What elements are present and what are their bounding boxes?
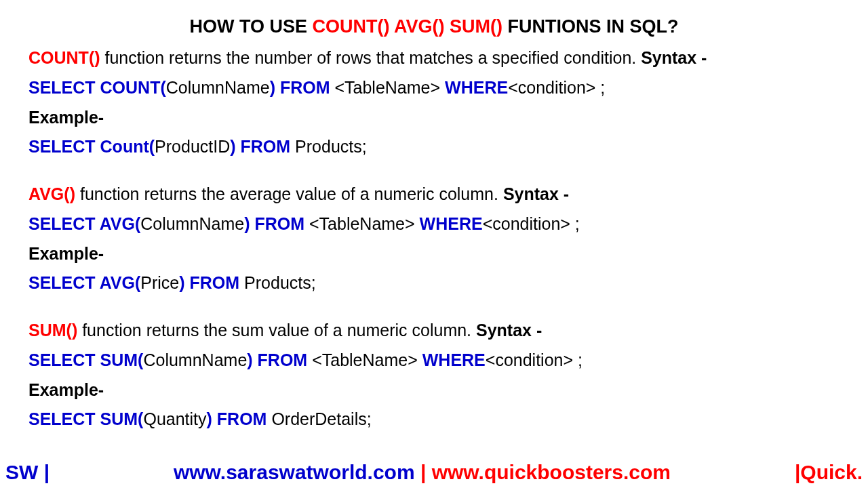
count-description: COUNT() function returns the number of r… — [28, 47, 840, 70]
sum-ex-col: Quantity — [143, 409, 206, 428]
sum-description: SUM() function returns the sum value of … — [28, 319, 840, 342]
sum-syntax-where: WHERE — [422, 350, 486, 369]
avg-syntax: SELECT AVG(ColumnName) FROM <TableName> … — [28, 213, 840, 236]
count-syntax-label: Syntax - — [641, 48, 707, 67]
count-ex-closefrom: ) FROM — [230, 137, 295, 156]
avg-ex-select: SELECT AVG( — [28, 273, 140, 292]
sum-name: SUM() — [28, 321, 77, 340]
avg-syntax-closefrom: ) FROM — [244, 214, 309, 233]
count-example-label: Example- — [28, 106, 840, 129]
avg-syntax-select: SELECT AVG( — [28, 214, 140, 233]
count-example: SELECT Count(ProductID) FROM Products; — [28, 136, 840, 159]
avg-name: AVG() — [28, 184, 75, 203]
sum-ex-table: OrderDetails; — [271, 409, 371, 428]
footer-left: SW | — [5, 461, 50, 484]
avg-syntax-col: ColumnName — [140, 214, 244, 233]
title-pre: HOW TO USE — [190, 16, 313, 37]
footer-sep: | — [415, 461, 432, 483]
footer: SW | www.saraswatworld.com | www.quickbo… — [0, 461, 868, 484]
avg-example-label: Example- — [28, 243, 840, 266]
sum-example-label: Example- — [28, 379, 840, 402]
count-syntax-where: WHERE — [445, 78, 508, 97]
avg-description: AVG() function returns the average value… — [28, 183, 840, 206]
count-syntax-cond: <condition> ; — [508, 78, 605, 97]
count-ex-col: ProductID — [155, 137, 230, 156]
sum-syntax: SELECT SUM(ColumnName) FROM <TableName> … — [28, 349, 840, 372]
count-name: COUNT() — [28, 48, 100, 67]
sum-desc-text: function returns the sum value of a nume… — [77, 321, 476, 340]
footer-right: |Quick. — [795, 461, 863, 484]
avg-ex-closefrom: ) FROM — [179, 273, 244, 292]
avg-example: SELECT AVG(Price) FROM Products; — [28, 272, 840, 295]
count-syntax: SELECT COUNT(ColumnName) FROM <TableName… — [28, 77, 840, 100]
sum-example: SELECT SUM(Quantity) FROM OrderDetails; — [28, 408, 840, 431]
count-syntax-closefrom: ) FROM — [270, 78, 335, 97]
section-gap — [28, 302, 840, 319]
count-syntax-table: <TableName> — [334, 78, 445, 97]
avg-ex-table: Products; — [244, 273, 316, 292]
title-post: FUNTIONS IN SQL? — [502, 16, 679, 37]
avg-syntax-where: WHERE — [420, 214, 483, 233]
sum-ex-closefrom: ) FROM — [207, 409, 272, 428]
count-ex-select: SELECT Count( — [28, 137, 155, 156]
title-functions: COUNT() AVG() SUM() — [313, 16, 502, 37]
sum-syntax-cond: <condition> ; — [486, 350, 583, 369]
count-syntax-select: SELECT COUNT( — [28, 78, 166, 97]
footer-url1: www.saraswatworld.com — [174, 461, 415, 483]
section-gap — [28, 165, 840, 183]
avg-syntax-table: <TableName> — [309, 214, 420, 233]
avg-syntax-label: Syntax - — [503, 184, 569, 203]
document-body: HOW TO USE COUNT() AVG() SUM() FUNTIONS … — [0, 0, 868, 431]
sum-syntax-select: SELECT SUM( — [28, 350, 143, 369]
footer-url2: www.quickboosters.com — [432, 461, 671, 483]
footer-center: www.saraswatworld.com | www.quickbooster… — [50, 461, 795, 484]
sum-syntax-table: <TableName> — [312, 350, 422, 369]
sum-syntax-col: ColumnName — [143, 350, 247, 369]
sum-syntax-label: Syntax - — [476, 321, 542, 340]
page-title: HOW TO USE COUNT() AVG() SUM() FUNTIONS … — [28, 16, 840, 37]
count-ex-table: Products; — [295, 137, 367, 156]
avg-syntax-cond: <condition> ; — [483, 214, 580, 233]
sum-syntax-closefrom: ) FROM — [247, 350, 312, 369]
count-syntax-col: ColumnName — [166, 78, 270, 97]
count-desc-text: function returns the number of rows that… — [100, 48, 642, 67]
avg-ex-col: Price — [140, 273, 179, 292]
avg-desc-text: function returns the average value of a … — [75, 184, 503, 203]
sum-ex-select: SELECT SUM( — [28, 409, 143, 428]
